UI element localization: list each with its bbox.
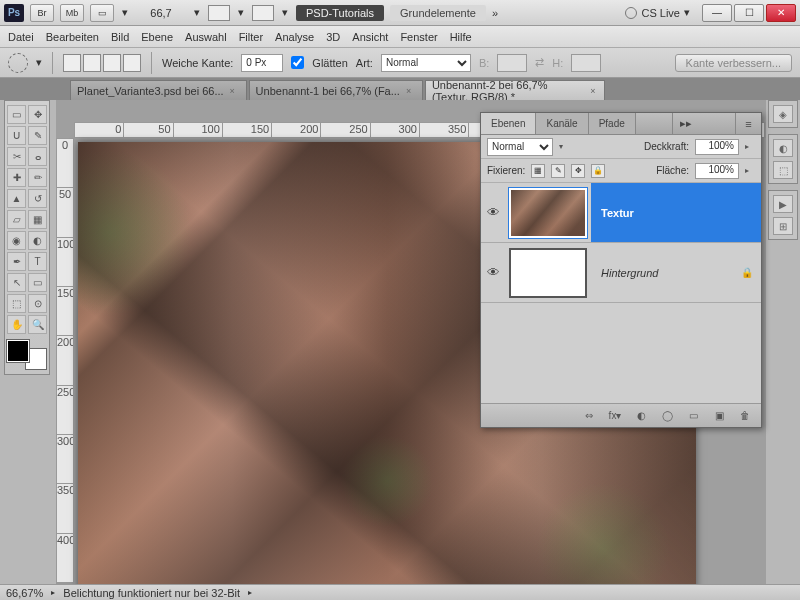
quickselect-tool[interactable]: ✎ — [28, 126, 47, 145]
slider-icon[interactable]: ▸ — [745, 142, 755, 151]
bridge-button[interactable]: Br — [30, 4, 54, 22]
menu-bearbeiten[interactable]: Bearbeiten — [46, 31, 99, 43]
delete-layer-button[interactable]: 🗑 — [737, 409, 753, 423]
panel-tab-kanaele[interactable]: Kanäle — [536, 113, 588, 134]
chevron-icon[interactable]: ▸ — [248, 588, 252, 597]
fx-button[interactable]: fx▾ — [607, 409, 623, 423]
group-button[interactable]: ▭ — [685, 409, 701, 423]
eraser-tool[interactable]: ▱ — [7, 210, 26, 229]
dropdown-icon[interactable]: ▾ — [120, 6, 130, 19]
menu-fenster[interactable]: Fenster — [400, 31, 437, 43]
workspace-selector[interactable]: Grundelemente — [390, 5, 486, 21]
3d-camera-tool[interactable]: ⊙ — [28, 294, 47, 313]
blur-tool[interactable]: ◉ — [7, 231, 26, 250]
dropdown-icon[interactable]: ▾ — [192, 6, 202, 19]
lock-pixels[interactable]: ✎ — [551, 164, 565, 178]
zoom-display[interactable]: 66,7 — [136, 7, 186, 19]
layer-row[interactable]: 👁 Hintergrund 🔒 — [481, 243, 761, 303]
visibility-toggle[interactable]: 👁 — [481, 205, 505, 220]
layer-name[interactable]: Hintergrund — [591, 243, 741, 302]
color-swatches[interactable] — [7, 340, 47, 370]
screenmode-button[interactable] — [252, 5, 274, 21]
close-icon[interactable]: × — [406, 86, 416, 96]
dropdown-icon[interactable]: ▾ — [36, 56, 42, 69]
menu-ansicht[interactable]: Ansicht — [352, 31, 388, 43]
fg-color[interactable] — [7, 340, 29, 362]
layers-icon[interactable]: ◈ — [773, 105, 793, 123]
close-icon[interactable]: × — [230, 86, 240, 96]
panel-tab-pfade[interactable]: Pfade — [589, 113, 636, 134]
blend-mode-select[interactable]: Normal — [487, 138, 553, 156]
shape-tool[interactable]: ▭ — [28, 273, 47, 292]
menu-hilfe[interactable]: Hilfe — [450, 31, 472, 43]
minibridge-button[interactable]: Mb — [60, 4, 84, 22]
panel-menu-icon[interactable]: ≡ — [735, 113, 761, 134]
selection-add[interactable] — [83, 54, 101, 72]
pen-tool[interactable]: ✒ — [7, 252, 26, 271]
panel-tab-ebenen[interactable]: Ebenen — [481, 113, 536, 134]
lock-transparency[interactable]: ▦ — [531, 164, 545, 178]
feather-input[interactable] — [241, 54, 283, 72]
menu-auswahl[interactable]: Auswahl — [185, 31, 227, 43]
menu-bild[interactable]: Bild — [111, 31, 129, 43]
zoom-status[interactable]: 66,67% — [6, 587, 43, 599]
brush-tool[interactable]: ✏ — [28, 168, 47, 187]
menu-3d[interactable]: 3D — [326, 31, 340, 43]
refine-edge-button[interactable]: Kante verbessern... — [675, 54, 792, 72]
close-icon[interactable]: × — [590, 86, 598, 96]
selection-intersect[interactable] — [123, 54, 141, 72]
layer-thumbnail[interactable] — [509, 248, 587, 298]
adjustments-icon[interactable]: ◐ — [773, 139, 793, 157]
slider-icon[interactable]: ▸ — [745, 166, 755, 175]
selection-subtract[interactable] — [103, 54, 121, 72]
move-tool[interactable]: ✥ — [28, 105, 47, 124]
adjustment-layer-button[interactable]: ◯ — [659, 409, 675, 423]
crop-tool[interactable]: ✂ — [7, 147, 26, 166]
chevrons-icon[interactable]: » — [492, 7, 498, 19]
dodge-tool[interactable]: ◐ — [28, 231, 47, 250]
visibility-toggle[interactable]: 👁 — [481, 265, 505, 280]
menu-ebene[interactable]: Ebene — [141, 31, 173, 43]
type-tool[interactable]: T — [28, 252, 47, 271]
lock-position[interactable]: ✥ — [571, 164, 585, 178]
layer-name[interactable]: Textur — [591, 183, 761, 242]
history-brush-tool[interactable]: ↺ — [28, 189, 47, 208]
actions-icon[interactable]: ▶ — [773, 195, 793, 213]
minimize-button[interactable]: — — [702, 4, 732, 22]
antialias-checkbox[interactable] — [291, 56, 304, 69]
cslive-button[interactable]: CS Live ▾ — [625, 6, 690, 19]
path-select-tool[interactable]: ↖ — [7, 273, 26, 292]
healing-tool[interactable]: ✚ — [7, 168, 26, 187]
dropdown-icon[interactable]: ▾ — [280, 6, 290, 19]
opacity-input[interactable]: 100% — [695, 139, 739, 155]
doc-tab[interactable]: Planet_Variante3.psd bei 66...× — [70, 80, 247, 100]
3d-tool[interactable]: ⬚ — [7, 294, 26, 313]
ruler-vertical[interactable]: 050100150200250300350400 — [56, 138, 74, 584]
stamp-tool[interactable]: ▲ — [7, 189, 26, 208]
layer-row[interactable]: 👁 Textur — [481, 183, 761, 243]
viewmode-button[interactable]: ▭ — [90, 4, 114, 22]
doc-tab[interactable]: Unbenannt-1 bei 66,7% (Fa...× — [249, 80, 423, 100]
layer-thumbnail[interactable] — [509, 188, 587, 238]
lasso-tool[interactable]: ᑌ — [7, 126, 26, 145]
gradient-tool[interactable]: ▦ — [28, 210, 47, 229]
eyedropper-tool[interactable]: ⴰ — [28, 147, 47, 166]
mask-button[interactable]: ◐ — [633, 409, 649, 423]
zoom-tool[interactable]: 🔍 — [28, 315, 47, 334]
menu-datei[interactable]: Datei — [8, 31, 34, 43]
fill-input[interactable]: 100% — [695, 163, 739, 179]
hand-tool[interactable]: ✋ — [7, 315, 26, 334]
info-icon[interactable]: ⊞ — [773, 217, 793, 235]
maximize-button[interactable]: ☐ — [734, 4, 764, 22]
chevron-icon[interactable]: ▸ — [51, 588, 55, 597]
panel-collapse-icon[interactable]: ▸▸ — [672, 113, 698, 134]
lock-all[interactable]: 🔒 — [591, 164, 605, 178]
menu-filter[interactable]: Filter — [239, 31, 263, 43]
close-button[interactable]: ✕ — [766, 4, 796, 22]
doc-tab[interactable]: Unbenannt-2 bei 66,7% (Textur, RGB/8) *× — [425, 80, 605, 100]
arrange-button[interactable] — [208, 5, 230, 21]
dropdown-icon[interactable]: ▾ — [236, 6, 246, 19]
selection-new[interactable] — [63, 54, 81, 72]
menu-analyse[interactable]: Analyse — [275, 31, 314, 43]
new-layer-button[interactable]: ▣ — [711, 409, 727, 423]
